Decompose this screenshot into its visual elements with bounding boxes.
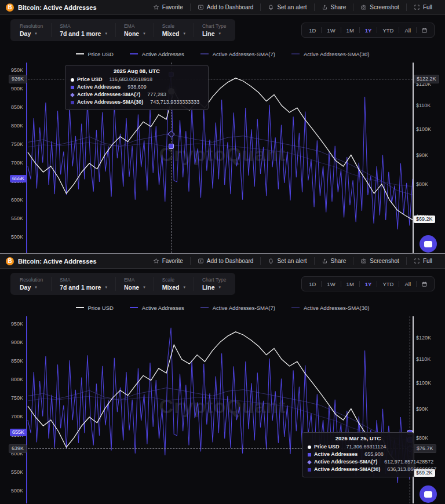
dropdown-sma[interactable]: SMA7d and 1 more▾ [51,277,115,291]
legend-item[interactable]: Active Addresses-SMA(30) [291,305,370,311]
range-1w-button[interactable]: 1W [322,27,340,34]
calendar-icon[interactable] [417,27,432,34]
dropdown-scale[interactable]: ScaleMixed▾ [154,277,194,291]
left-axis-tick: 550K [1,469,23,475]
dropdown-label: Resolution [20,277,43,283]
range-ytd-button[interactable]: YTD [377,281,399,287]
dropdown-label: EMA [124,277,145,283]
chart-legend: Price USDActive AddressesActive Addresse… [0,45,445,63]
legend-item[interactable]: Active Addresses-SMA(7) [200,305,275,311]
action-label: Full [423,4,432,10]
dropdown-chart-type[interactable]: Chart TypeLine▾ [194,23,234,37]
action-full-button[interactable]: Full [407,4,439,10]
dropdown-ema[interactable]: EMANone▾ [115,277,154,291]
right-axis-tick: $110K [416,103,431,108]
action-add-to-dashboard-button[interactable]: Add to Dashboard [191,4,261,10]
legend-swatch [130,53,138,54]
action-share-button[interactable]: Share [315,4,353,10]
dropdown-selected-text: Mixed [162,284,180,291]
dropdown-sma[interactable]: SMA7d and 1 more▾ [51,23,115,37]
chevron-down-icon: ▾ [35,31,37,36]
action-add-to-dashboard-button[interactable]: Add to Dashboard [191,258,261,264]
range-1m-button[interactable]: 1M [341,281,359,287]
bell-icon [268,258,274,264]
dropdown-label: Scale [162,23,185,29]
chat-widget-button[interactable] [420,485,437,503]
action-favorite-button[interactable]: Favorite [146,4,190,10]
chart-panel-bottom: B Bitcoin: Active Addresses FavoriteAdd … [0,253,445,503]
tooltip-marker-square [71,101,74,104]
page-title: Bitcoin: Active Addresses [18,4,97,11]
dropdown-scale[interactable]: ScaleMixed▾ [154,23,194,37]
dropdown-resolution[interactable]: ResolutionDay▾ [12,277,51,291]
range-1y-button[interactable]: 1Y [360,27,377,34]
tooltip-value: 938,609 [127,83,203,91]
action-screenshot-button[interactable]: Screenshot [353,4,406,10]
action-full-button[interactable]: Full [407,258,439,264]
left-axis-tick: 800K [1,377,23,382]
legend-item[interactable]: Active Addresses [130,305,184,311]
dropdown-value: Day▾ [20,284,43,291]
legend-swatch [76,53,84,54]
range-all-button[interactable]: All [399,27,416,34]
header-actions: FavoriteAdd to DashboardSet an alertShar… [146,254,439,268]
legend-swatch [76,307,84,308]
tooltip-series-label: Price USD [71,76,103,83]
left-axis-tick: 850K [1,104,23,110]
header-actions: FavoriteAdd to DashboardSet an alertShar… [146,0,439,14]
dropdown-resolution[interactable]: ResolutionDay▾ [12,23,51,37]
dropdown-value: Line▾ [202,30,226,37]
range-selector: 1D1W1M1YYTDAll [301,276,435,291]
left-axis-tick: 850K [1,358,23,364]
dropdown-selected-text: 7d and 1 more [60,284,101,291]
panel-header: B Bitcoin: Active Addresses FavoriteAdd … [0,254,445,269]
chart-area[interactable]: CryptoQuant950K900K850K800K750K700K650K6… [0,63,445,253]
dropdown-selected-text: Line [202,284,215,291]
range-1w-button[interactable]: 1W [322,281,340,287]
legend-label: Active Addresses [142,305,184,311]
chevron-down-icon: ▾ [143,31,145,36]
chevron-down-icon: ▾ [105,285,107,290]
chevron-down-icon: ▾ [183,285,185,290]
action-share-button[interactable]: Share [315,258,353,264]
action-label: Set an alert [277,258,307,264]
range-1d-button[interactable]: 1D [304,27,321,34]
legend-item[interactable]: Price USD [76,305,114,311]
range-1d-button[interactable]: 1D [304,281,321,287]
tooltip-label-text: Active Addresses-SMA(30) [77,98,143,106]
crosshair-marker-square [169,144,174,149]
range-ytd-button[interactable]: YTD [377,27,399,34]
dropdown-label: SMA [60,23,107,29]
legend-item[interactable]: Price USD [76,51,114,57]
star-icon [153,4,159,10]
action-favorite-button[interactable]: Favorite [146,258,190,264]
left-crosshair-badge: 926K [9,75,27,83]
left-current-value-badge: 655K [10,429,27,436]
chart-area[interactable]: CryptoQuant950K900K850K800K750K700K650K6… [0,316,445,503]
legend-item[interactable]: Active Addresses-SMA(30) [291,51,370,57]
legend-item[interactable]: Active Addresses-SMA(7) [200,51,275,57]
fullscreen-icon [414,4,420,10]
dropdown-label: SMA [60,277,107,283]
range-1y-button[interactable]: 1Y [360,281,377,287]
chat-widget-button[interactable] [420,235,437,253]
range-1m-button[interactable]: 1M [341,27,359,34]
legend-item[interactable]: Active Addresses [130,51,184,57]
tooltip-series-label: Price USD [308,443,340,451]
right-crosshair-badge: $76.7K [414,444,436,453]
tooltip-series-label: Active Addresses [71,83,121,91]
right-axis-line [413,63,414,253]
range-all-button[interactable]: All [399,281,416,287]
dropdown-ema[interactable]: EMANone▾ [115,23,154,37]
tooltip-value: 743,713.9333333333 [150,98,203,106]
action-set-an-alert-button[interactable]: Set an alert [261,258,313,264]
tooltip-row: Active Addresses-SMA(30)743,713.93333333… [71,98,203,106]
dropdown-chart-type[interactable]: Chart TypeLine▾ [194,277,234,291]
action-label: Add to Dashboard [207,258,254,264]
action-label: Favorite [162,258,183,264]
action-screenshot-button[interactable]: Screenshot [353,258,406,264]
action-set-an-alert-button[interactable]: Set an alert [261,4,313,10]
calendar-icon[interactable] [417,281,432,287]
left-axis-tick: 700K [1,160,23,166]
chevron-down-icon: ▾ [219,285,221,290]
